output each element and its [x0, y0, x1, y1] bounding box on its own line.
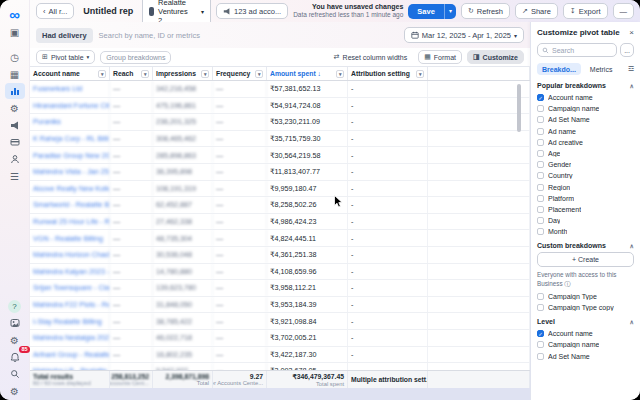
- search-icon[interactable]: [5, 366, 25, 382]
- business-settings-icon[interactable]: ⚙: [5, 100, 25, 116]
- column-header-amount-spent[interactable]: Amount spent ↓▾: [267, 67, 348, 80]
- column-header-impressions[interactable]: Impressions▾: [153, 67, 213, 80]
- checkbox[interactable]: [537, 150, 544, 157]
- table-row[interactable]: Mahindra Vista - Jan 25... — 36,395,898 …: [30, 164, 530, 181]
- checkbox-checked[interactable]: ✓: [537, 330, 544, 337]
- option-platform[interactable]: Platform: [537, 193, 634, 204]
- create-breakdown-button[interactable]: + Create: [537, 252, 634, 267]
- checkbox[interactable]: [537, 353, 544, 360]
- tab-metrics[interactable]: Metrics: [585, 63, 618, 75]
- report-search-input[interactable]: Search by name, ID or metrics: [99, 31, 398, 40]
- date-range-button[interactable]: Mar 12, 2025 - Apr 1, 2025 ▾: [404, 27, 524, 43]
- vertical-scrollbar[interactable]: [517, 84, 521, 132]
- column-menu-icon[interactable]: ▾: [141, 70, 149, 78]
- ad-accounts-filter-button[interactable]: 123 ad acco...: [216, 3, 288, 19]
- table-row[interactable]: Mahindra Horizon Chada... — 30,536,048 —…: [30, 247, 530, 264]
- save-button[interactable]: Save: [408, 4, 444, 19]
- table-row[interactable]: I-Stay Realatte Billing — 38,785,422 — ₹…: [30, 313, 530, 330]
- option-placement[interactable]: Placement: [537, 204, 634, 215]
- checkbox[interactable]: [537, 195, 544, 202]
- export-button[interactable]: ↧Export: [563, 3, 608, 19]
- option-country[interactable]: Country: [537, 170, 634, 181]
- collapse-chevron-icon[interactable]: ∧: [630, 82, 634, 89]
- tab-breakdowns[interactable]: Breakdo...: [537, 63, 581, 75]
- collapse-chevron-icon[interactable]: ∧: [630, 318, 634, 325]
- column-header-attribution-setting[interactable]: Attribution setting▾: [348, 67, 428, 80]
- column-header-account-name[interactable]: Account name▾: [30, 67, 110, 80]
- billing-card-icon[interactable]: [5, 134, 25, 150]
- table-row[interactable]: Mahindra F22 Plots - Re... — 31,848,050 …: [30, 297, 530, 314]
- table-row[interactable]: Smartworld - Realatte Bi... — 62,452,887…: [30, 197, 530, 214]
- table-row[interactable]: Paradise Group New 202... — 285,898,863 …: [30, 147, 530, 164]
- customize-button[interactable]: ◨Customize: [467, 50, 524, 64]
- meta-logo[interactable]: ∞: [5, 5, 25, 23]
- table-row[interactable]: Srijan Townsquare - Cla... — 139,623,780…: [30, 280, 530, 297]
- table-row[interactable]: Fusewrkars Ltd — 342,216,458 — ₹57,381,6…: [30, 81, 530, 98]
- table-row[interactable]: K Raheja Corp - RL Billing — 308,465,462…: [30, 131, 530, 148]
- checkbox[interactable]: [537, 116, 544, 123]
- table-row[interactable]: Mahindra Nestalgia 202... — 46,022,718 —…: [30, 330, 530, 347]
- all-reports-back-button[interactable]: ‹All r...: [36, 3, 74, 19]
- column-menu-icon[interactable]: ▾: [336, 70, 344, 78]
- panel-list-settings-icon[interactable]: ☲: [628, 65, 634, 73]
- collapse-chevron-icon[interactable]: ∧: [630, 242, 634, 249]
- collapse-button[interactable]: —: [613, 3, 635, 19]
- option-ad-creative[interactable]: Ad creative: [537, 137, 634, 148]
- table-row[interactable]: Alcove Realty New Kolka... — 108,191,319…: [30, 181, 530, 198]
- panel-search-input[interactable]: Search: [537, 43, 617, 57]
- apps-grid-icon[interactable]: ▣: [5, 24, 25, 40]
- checkbox[interactable]: [537, 139, 544, 146]
- clock-icon[interactable]: ◷: [5, 49, 25, 65]
- group-breakdowns-button[interactable]: Group breakdowns: [100, 51, 171, 64]
- option-gender[interactable]: Gender: [537, 159, 634, 170]
- column-header-reach[interactable]: Reach▾: [110, 67, 153, 80]
- refresh-button[interactable]: ↻Refresh: [461, 3, 510, 19]
- option-ad-set-name[interactable]: Ad Set Name: [537, 114, 634, 125]
- checkbox-checked[interactable]: ✓: [537, 94, 544, 101]
- table-row[interactable]: Mahindra LB - Realatte... — 9,542,922 — …: [30, 363, 530, 370]
- table-row[interactable]: Runwal 25 Hour Life - R... — 27,462,338 …: [30, 214, 530, 231]
- option-campaign-type-copy[interactable]: Campaign Type copy: [537, 302, 634, 313]
- all-tools-menu-icon[interactable]: ☰: [5, 168, 25, 184]
- checkbox[interactable]: [537, 341, 544, 348]
- report-title[interactable]: Untitled rep: [83, 6, 133, 16]
- option-campaign-name[interactable]: Campaign name: [537, 339, 634, 350]
- option-ad-name[interactable]: Ad name: [537, 126, 634, 137]
- share-button[interactable]: ↗Share: [515, 3, 558, 19]
- megaphone-icon[interactable]: [5, 117, 25, 133]
- option-account-name[interactable]: ✓Account name: [537, 92, 634, 103]
- table-row[interactable]: VGN - Realatte Billing — 48,735,304 — ₹4…: [30, 230, 530, 247]
- checkbox[interactable]: [537, 184, 544, 191]
- column-menu-icon[interactable]: ▾: [201, 70, 209, 78]
- help-icon[interactable]: ?: [5, 298, 25, 314]
- notifications-bell-icon[interactable]: 85: [5, 349, 25, 365]
- column-menu-icon[interactable]: ▾: [98, 70, 106, 78]
- column-header-frequency[interactable]: Frequency▾: [213, 67, 267, 80]
- checkbox[interactable]: [537, 128, 544, 135]
- checkbox[interactable]: [537, 304, 544, 311]
- had-delivery-filter-chip[interactable]: Had delivery: [36, 28, 93, 43]
- column-menu-icon[interactable]: ▾: [255, 70, 263, 78]
- option-campaign-name[interactable]: Campaign name: [537, 103, 634, 114]
- pivot-table-dropdown[interactable]: ⊞Pivot table▾: [36, 50, 95, 64]
- format-button[interactable]: ▦Format: [418, 50, 462, 64]
- table-row[interactable]: Hiranandani Fortune City... — 475,196,86…: [30, 98, 530, 115]
- media-frame-icon[interactable]: [5, 315, 25, 331]
- panel-more-button[interactable]: ...: [620, 43, 634, 57]
- checkbox[interactable]: [537, 172, 544, 179]
- audiences-icon[interactable]: [5, 151, 25, 167]
- table-row[interactable]: Mahindra Kalyan 2023 - ... — 14,780,880 …: [30, 264, 530, 281]
- table-row[interactable]: Puraniks — 236,201,325 — ₹53,230,211.09 …: [30, 114, 530, 131]
- checkbox[interactable]: [537, 228, 544, 235]
- option-day[interactable]: Day: [537, 215, 634, 226]
- option-account-name[interactable]: ✓Account name: [537, 328, 634, 339]
- option-ad-set-name[interactable]: Ad Set Name: [537, 351, 634, 362]
- close-icon[interactable]: ×: [629, 28, 634, 37]
- option-month[interactable]: Month: [537, 226, 634, 237]
- reset-column-widths-button[interactable]: ⇄Reset column widths: [328, 50, 413, 64]
- save-options-caret[interactable]: ▾: [444, 4, 456, 19]
- checkbox[interactable]: [537, 105, 544, 112]
- checkbox[interactable]: [537, 293, 544, 300]
- checkbox[interactable]: [537, 217, 544, 224]
- option-campaign-type[interactable]: Campaign Type: [537, 291, 634, 302]
